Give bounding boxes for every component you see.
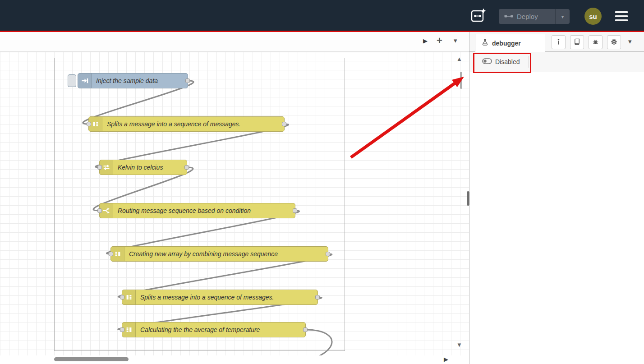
gear-icon: [611, 38, 617, 46]
flask-icon: [482, 39, 488, 47]
avatar-initials: su: [589, 13, 597, 20]
deploy-main[interactable]: Deploy: [499, 9, 555, 24]
node-kelvin-to-celsius[interactable]: Kelvin to celcius: [99, 160, 187, 175]
debugger-toolbar: Disabled: [469, 52, 644, 72]
bug-icon: [592, 38, 599, 46]
inject-trigger-button[interactable]: [68, 74, 76, 87]
tab-debugger[interactable]: debugger: [475, 34, 545, 52]
toggle-off-icon: [482, 58, 492, 65]
hamburger-icon: [615, 11, 628, 13]
node-average[interactable]: Calculating the the average of temperatu…: [122, 322, 306, 337]
output-port[interactable]: [184, 165, 189, 170]
add-flow-button[interactable]: +: [437, 35, 442, 46]
main-menu-button[interactable]: [615, 11, 629, 21]
horizontal-scrollbar: ▶: [0, 355, 469, 364]
deploy-label: Deploy: [517, 13, 538, 20]
input-port[interactable]: [87, 122, 91, 126]
node-label: Calculating the the average of temperatu…: [136, 326, 264, 333]
node-inject[interactable]: Inject the sample data: [78, 73, 188, 88]
node-label: Creating new array by combining message …: [124, 250, 282, 258]
node-label: Routing message sequence based on condit…: [113, 207, 255, 214]
info-button[interactable]: [552, 35, 566, 49]
node-split-2[interactable]: Splits a message into a sequence of mess…: [122, 290, 318, 305]
vertical-scrollbar-thumb[interactable]: [460, 72, 462, 89]
header-bar: Deploy ▾ su: [0, 0, 644, 31]
ai-flow-icon[interactable]: [470, 8, 487, 24]
input-port[interactable]: [97, 208, 102, 213]
tab-scroll-right-icon[interactable]: ▶: [423, 37, 428, 44]
ai-flow-icon-glyph: [470, 18, 487, 25]
output-port[interactable]: [185, 78, 190, 83]
output-port[interactable]: [326, 252, 330, 256]
sidebar: debugger ▾ Disabled: [469, 32, 644, 364]
canvas-scroll-right-icon[interactable]: ▶: [444, 356, 448, 363]
disabled-toggle-button[interactable]: Disabled: [478, 56, 524, 68]
node-label: Splits a message into a sequence of mess…: [102, 120, 245, 128]
disabled-label: Disabled: [495, 58, 520, 65]
docs-button[interactable]: [570, 35, 584, 49]
node-label: Kelvin to celcius: [113, 164, 167, 171]
input-port[interactable]: [120, 327, 124, 332]
tab-debugger-label: debugger: [492, 40, 521, 47]
input-port[interactable]: [109, 252, 113, 256]
debugger-panel-content: [469, 72, 644, 364]
node-label: Inject the sample data: [92, 77, 162, 84]
flow-canvas[interactable]: Inject the sample dataSplits a message i…: [0, 52, 469, 355]
user-avatar[interactable]: su: [584, 8, 602, 25]
inject-icon: [78, 74, 92, 88]
canvas-scroll-up-icon[interactable]: ▲: [456, 55, 462, 62]
deploy-button[interactable]: Deploy ▾: [499, 9, 570, 24]
node-label: Splits a message into a sequence of mess…: [136, 294, 279, 301]
book-icon: [574, 38, 580, 46]
output-port[interactable]: [315, 295, 320, 299]
header-underline: [0, 31, 644, 32]
sidebar-collapse-chevron-icon[interactable]: ▾: [628, 37, 632, 46]
node-red-window: Deploy ▾ su ▶ + ▾ Inject the sample data…: [0, 0, 644, 364]
node-switch[interactable]: Routing message sequence based on condit…: [99, 203, 295, 218]
toolbar-separator: [529, 56, 529, 68]
output-port[interactable]: [303, 327, 308, 332]
canvas-scroll-down-icon[interactable]: ▼: [456, 341, 462, 348]
output-port[interactable]: [282, 122, 286, 126]
workspace-tab-bar: ▶ + ▾: [0, 32, 469, 52]
deploy-options-caret[interactable]: ▾: [555, 9, 570, 24]
flow-list-chevron-icon[interactable]: ▾: [454, 37, 457, 45]
chevron-down-icon: ▾: [561, 14, 564, 20]
input-port[interactable]: [97, 165, 102, 170]
deploy-icon: [504, 13, 513, 21]
sidebar-tab-bar: debugger ▾: [469, 32, 644, 52]
info-icon: [555, 38, 562, 46]
horizontal-scrollbar-thumb[interactable]: [54, 357, 129, 361]
node-join[interactable]: Creating new array by combining message …: [110, 246, 328, 262]
input-port[interactable]: [120, 295, 124, 299]
debug-button[interactable]: [589, 35, 603, 49]
node-split-1[interactable]: Splits a message into a sequence of mess…: [88, 116, 285, 132]
sidebar-resize-handle[interactable]: [467, 191, 469, 206]
settings-button[interactable]: [607, 35, 621, 49]
output-port[interactable]: [293, 208, 297, 213]
